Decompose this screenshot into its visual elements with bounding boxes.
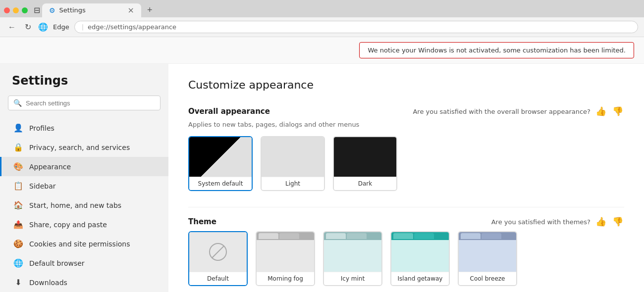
sidebar-item-sidebar[interactable]: 📋 Sidebar <box>0 176 168 195</box>
dark-visual <box>334 137 396 177</box>
traffic-light-minimize[interactable] <box>13 7 19 13</box>
traffic-light-close[interactable] <box>4 7 10 13</box>
sidebar-item-label-cookies: Cookies and site permissions <box>29 240 130 248</box>
cool-breeze-preview <box>459 232 516 272</box>
tab-close-button[interactable]: × <box>128 6 134 14</box>
sidebar-navigation: 👤 Profiles 🔒 Privacy, search, and servic… <box>0 118 168 292</box>
settings-search-box[interactable]: 🔍 <box>8 96 161 110</box>
appearance-options-row: System default Light Dark <box>188 136 624 191</box>
traffic-light-fullscreen[interactable] <box>22 7 28 13</box>
light-label: Light <box>262 177 324 190</box>
sidebar-item-cookies[interactable]: 🍪 Cookies and site permissions <box>0 234 168 253</box>
system-default-label: System default <box>189 177 252 190</box>
sidebar-item-label-appearance: Appearance <box>29 163 71 171</box>
theme-option-morning-fog[interactable]: Morning fog <box>256 231 315 286</box>
morning-fog-preview <box>257 232 314 272</box>
windows-activation-notice: We notice your Windows is not activated,… <box>359 42 634 58</box>
address-divider: | <box>82 23 84 31</box>
sidebar-item-start-home[interactable]: 🏠 Start, home, and new tabs <box>0 195 168 215</box>
sidebar-item-label-start: Start, home, and new tabs <box>29 201 121 209</box>
island-getaway-preview <box>391 232 449 272</box>
theme-section: Theme Are you satisfied with themes? 👍 👎… <box>188 215 624 286</box>
section-divider <box>188 207 624 207</box>
default-theme-preview <box>189 232 247 272</box>
light-preview <box>262 137 324 177</box>
share-icon: 📤 <box>13 220 23 229</box>
sidebar-item-label-downloads: Downloads <box>29 279 67 287</box>
theme-thumbs-up-button[interactable]: 👍 <box>594 215 607 228</box>
dark-label: Dark <box>334 177 396 190</box>
tab-settings-icon: ⚙ <box>49 6 55 14</box>
new-tab-button[interactable]: + <box>143 3 157 17</box>
appearance-option-dark[interactable]: Dark <box>333 136 397 191</box>
sidebar-item-default-browser[interactable]: 🌐 Default browser <box>0 253 168 273</box>
notification-message: We notice your Windows is not activated,… <box>368 47 626 54</box>
search-input[interactable] <box>26 99 155 107</box>
theme-feedback: Are you satisfied with themes? 👍 👎 <box>491 215 624 228</box>
sidebar-item-label-share: Share, copy and paste <box>29 221 107 229</box>
downloads-icon: ⬇ <box>13 278 23 287</box>
notification-banner: We notice your Windows is not activated,… <box>0 37 644 64</box>
sidebar-item-label-profiles: Profiles <box>29 124 54 132</box>
theme-options-row: Default Morning fog <box>188 231 624 286</box>
theme-section-title: Theme <box>188 217 491 226</box>
sidebar-toggle-button[interactable]: ⊟ <box>34 5 40 15</box>
overall-section-title: Overall appearance <box>188 107 413 116</box>
dark-preview <box>334 137 396 177</box>
overall-section-header: Overall appearance Are you satisfied wit… <box>188 105 624 118</box>
refresh-button[interactable]: ↻ <box>23 20 33 34</box>
settings-sidebar: Settings 🔍 👤 Profiles 🔒 Privacy, search,… <box>0 64 168 292</box>
sidebar-item-label-privacy: Privacy, search, and services <box>29 144 130 151</box>
appearance-option-light[interactable]: Light <box>261 136 325 191</box>
island-getaway-label: Island getaway <box>391 272 449 285</box>
island-getaway-visual <box>391 232 449 272</box>
appearance-icon: 🎨 <box>13 162 23 171</box>
overall-feedback-question: Are you satisfied with the overall brows… <box>413 108 590 115</box>
overall-thumbs-up-button[interactable]: 👍 <box>594 105 607 118</box>
edge-label: Edge <box>53 23 69 31</box>
sidebar-item-appearance[interactable]: 🎨 Appearance <box>0 157 168 176</box>
light-visual <box>262 137 324 177</box>
active-tab[interactable]: ⚙ Settings × <box>42 3 141 17</box>
icy-mint-preview <box>324 232 381 272</box>
tab-title: Settings <box>59 6 86 14</box>
page-title: Customize appearance <box>188 79 624 91</box>
icy-mint-visual <box>324 232 381 272</box>
morning-fog-visual <box>257 232 314 272</box>
sidebar-title: Settings <box>0 74 168 96</box>
cool-breeze-visual <box>459 232 516 272</box>
sidebar-item-privacy[interactable]: 🔒 Privacy, search, and services <box>0 138 168 157</box>
theme-option-cool-breeze[interactable]: Cool breeze <box>458 231 517 286</box>
system-default-preview <box>189 137 252 177</box>
default-theme-icon <box>209 243 227 261</box>
theme-option-island-getaway[interactable]: Island getaway <box>390 231 450 286</box>
address-text: edge://settings/appearance <box>88 23 176 31</box>
overall-thumbs-down-button[interactable]: 👎 <box>611 105 624 118</box>
search-icon: 🔍 <box>13 99 22 107</box>
default-theme-label: Default <box>189 272 247 285</box>
sidebar-item-share[interactable]: 📤 Share, copy and paste <box>0 215 168 234</box>
appearance-option-system-default[interactable]: System default <box>188 136 253 191</box>
system-default-visual <box>189 137 252 177</box>
theme-thumbs-down-button[interactable]: 👎 <box>611 215 624 228</box>
home-icon: 🏠 <box>13 200 23 210</box>
cookies-icon: 🍪 <box>13 239 23 248</box>
profiles-icon: 👤 <box>13 123 23 133</box>
sidebar-item-label-sidebar: Sidebar <box>29 182 56 190</box>
sidebar-item-downloads[interactable]: ⬇ Downloads <box>0 273 168 292</box>
theme-option-default[interactable]: Default <box>188 231 248 286</box>
privacy-icon: 🔒 <box>13 143 23 152</box>
settings-content: Customize appearance Overall appearance … <box>168 64 644 292</box>
cool-breeze-label: Cool breeze <box>459 272 516 285</box>
overall-appearance-section: Overall appearance Are you satisfied wit… <box>188 105 624 191</box>
sidebar-item-label-default-browser: Default browser <box>29 259 85 267</box>
default-browser-icon: 🌐 <box>13 258 23 268</box>
theme-feedback-question: Are you satisfied with themes? <box>491 218 590 226</box>
theme-section-header: Theme Are you satisfied with themes? 👍 👎 <box>188 215 624 228</box>
theme-option-icy-mint[interactable]: Icy mint <box>323 231 382 286</box>
back-button[interactable]: ← <box>6 21 18 34</box>
address-bar[interactable]: | edge://settings/appearance <box>74 21 638 33</box>
sidebar-item-profiles[interactable]: 👤 Profiles <box>0 118 168 138</box>
overall-feedback: Are you satisfied with the overall brows… <box>413 105 624 118</box>
sidebar-icon: 📋 <box>13 181 23 191</box>
